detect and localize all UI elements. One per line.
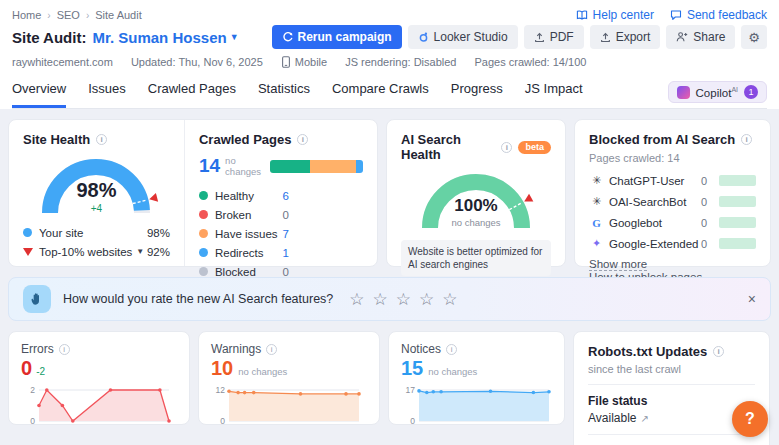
ai-search-health-card: AI Search Health i beta 100% no changes … — [386, 119, 566, 267]
page-header: Home › SEO › Site Audit Help center Send… — [0, 0, 779, 109]
svg-text:0: 0 — [220, 416, 225, 426]
bot-row-googlebot: G Googlebot 0 — [589, 214, 756, 231]
info-icon[interactable]: i — [297, 134, 308, 145]
star-3[interactable]: ☆ — [396, 291, 411, 308]
waving-hand-icon — [23, 285, 51, 313]
divider — [588, 384, 755, 385]
share-person-icon — [676, 31, 688, 43]
breadcrumb-separator: › — [86, 10, 89, 21]
send-feedback-link[interactable]: Send feedback — [670, 8, 767, 22]
info-icon[interactable]: i — [501, 142, 512, 153]
ai-search-note: Website is better optimized for AI searc… — [401, 240, 551, 276]
redirects-dot — [199, 248, 208, 257]
healthy-count-link[interactable]: 6 — [283, 190, 289, 202]
legend-healthy: Healthy 6 — [199, 186, 363, 205]
google-icon: G — [589, 217, 604, 229]
breadcrumb-home[interactable]: Home — [12, 9, 41, 21]
tab-progress[interactable]: Progress — [451, 77, 503, 108]
chevron-down-icon: ▼ — [230, 32, 239, 42]
legend-broken: Broken 0 — [199, 205, 363, 224]
settings-button[interactable]: ⚙ — [741, 25, 767, 49]
star-rating: ☆ ☆ ☆ ☆ ☆ — [349, 291, 457, 308]
info-icon[interactable]: i — [59, 344, 70, 355]
looker-studio-button[interactable]: Looker Studio — [408, 25, 518, 49]
warnings-card[interactable]: Warnings i 10 no changes 120 — [198, 331, 380, 425]
crawled-pages-count[interactable]: 14 — [199, 155, 220, 177]
healthy-dot — [199, 191, 208, 200]
site-health-panel: Site Health i 98% +4 Your site — [9, 120, 184, 266]
external-link-icon[interactable]: ↗ — [640, 413, 648, 424]
info-icon[interactable]: i — [741, 134, 752, 145]
crawled-pages-stacked-bar[interactable] — [270, 160, 363, 173]
info-icon[interactable]: i — [266, 344, 277, 355]
star-5[interactable]: ☆ — [442, 291, 457, 308]
notices-card[interactable]: Notices i 15 no changes 170 — [388, 331, 565, 425]
star-4[interactable]: ☆ — [419, 291, 434, 308]
site-health-title: Site Health — [23, 132, 90, 147]
help-fab-button[interactable]: ? — [732, 401, 768, 437]
notices-value: 15 — [401, 357, 423, 380]
crawled-pages-title: Crawled Pages — [199, 132, 292, 147]
gear-icon: ⚙ — [748, 30, 760, 45]
legend-redirects: Redirects 1 — [199, 243, 363, 262]
share-button[interactable]: Share — [666, 25, 735, 49]
blocked-pages-crawled: Pages crawled: 14 — [589, 152, 756, 164]
mobile-icon — [281, 56, 291, 68]
close-icon[interactable]: × — [748, 291, 756, 307]
show-more-link[interactable]: Show more — [589, 258, 647, 271]
notices-change: no changes — [428, 366, 477, 377]
chat-icon — [670, 9, 682, 21]
bot-bar — [719, 196, 756, 207]
export-button[interactable]: Export — [590, 25, 661, 49]
refresh-icon — [282, 32, 293, 43]
project-selector[interactable]: Mr. Suman Hossen ▼ — [92, 29, 238, 46]
broken-count: 0 — [283, 209, 289, 221]
book-icon — [576, 9, 588, 21]
tab-statistics[interactable]: Statistics — [258, 77, 310, 108]
redirects-count-link[interactable]: 1 — [283, 247, 289, 259]
your-site-dot — [23, 228, 32, 237]
site-health-score: 98% — [30, 179, 162, 202]
errors-value: 0 — [21, 357, 32, 380]
site-health-gauge: 98% +4 — [30, 149, 162, 223]
ai-search-gauge: 100% no changes — [410, 164, 542, 238]
tab-js-impact[interactable]: JS Impact — [525, 77, 583, 108]
ai-search-health-title: AI Search Health — [401, 132, 495, 162]
info-icon[interactable]: i — [96, 134, 107, 145]
gemini-icon: ✦ — [589, 237, 604, 250]
warnings-trend-chart: 120 — [211, 380, 367, 432]
star-2[interactable]: ☆ — [373, 291, 388, 308]
tab-crawled-pages[interactable]: Crawled Pages — [148, 77, 236, 108]
tab-overview[interactable]: Overview — [12, 77, 66, 108]
breadcrumb-seo[interactable]: SEO — [57, 9, 80, 21]
have-issues-count-link[interactable]: 7 — [283, 228, 289, 240]
errors-card[interactable]: Errors i 0 -2 20 — [8, 331, 190, 425]
looker-studio-icon — [418, 31, 429, 43]
robots-title: Robots.txt Updates — [588, 344, 707, 359]
blocked-ai-title: Blocked from AI Search — [589, 132, 735, 147]
svg-text:17: 17 — [406, 385, 416, 395]
campaign-js-rendering: JS rendering: Disabled — [345, 56, 456, 68]
info-icon[interactable]: i — [446, 344, 457, 355]
blocked-ai-card: Blocked from AI Search i Pages crawled: … — [574, 119, 771, 267]
info-icon[interactable]: i — [713, 346, 724, 357]
rerun-campaign-button[interactable]: Rerun campaign — [272, 25, 402, 49]
pdf-button[interactable]: PDF — [524, 25, 584, 49]
copilot-button[interactable]: CopilotAI 1 — [668, 81, 767, 103]
beta-badge: beta — [518, 141, 551, 154]
bot-row-oai-searchbot: ✳ OAI-SearchBot 0 — [589, 193, 756, 210]
copilot-icon — [677, 86, 690, 99]
openai-icon: ✳ — [589, 174, 604, 187]
site-health-delta: +4 — [30, 203, 162, 214]
tab-compare-crawls[interactable]: Compare Crawls — [332, 77, 429, 108]
help-center-link[interactable]: Help center — [576, 8, 654, 22]
file-status-value[interactable]: Available — [588, 411, 636, 425]
campaign-updated: Updated: Thu, Nov 6, 2025 — [131, 56, 263, 68]
campaign-pages-crawled: Pages crawled: 14/100 — [474, 56, 586, 68]
legend-top10-websites[interactable]: Top-10% websites ▼ 92% — [23, 242, 170, 261]
benchmark-triangle-icon — [23, 248, 33, 256]
breadcrumb-site-audit[interactable]: Site Audit — [95, 9, 141, 21]
tab-issues[interactable]: Issues — [88, 77, 126, 108]
page-title: Site Audit: — [12, 29, 86, 46]
star-1[interactable]: ☆ — [349, 291, 364, 308]
